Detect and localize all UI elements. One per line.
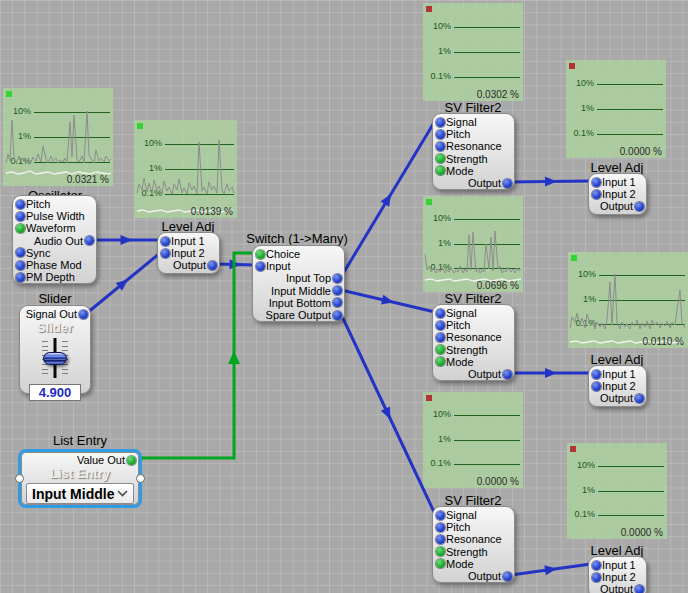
pin-input-1[interactable]	[592, 178, 601, 187]
pin-label: Signal	[446, 509, 477, 521]
pin-mode[interactable]	[436, 559, 445, 568]
pin-signal[interactable]	[436, 118, 445, 127]
pin-strength[interactable]	[436, 547, 445, 556]
pin-input-middle[interactable]	[333, 286, 342, 295]
wire-switch-middle-to-filter[interactable]	[341, 290, 435, 312]
pin-pitch[interactable]	[16, 200, 25, 209]
slider-widget[interactable]	[20, 336, 90, 380]
slider-module[interactable]: Signal Out Slider 4.900	[19, 305, 91, 394]
pin-signal[interactable]	[436, 309, 445, 318]
pin-pitch[interactable]	[436, 523, 445, 532]
slider-knob[interactable]	[43, 352, 67, 365]
level-adj-top-right-module[interactable]: Input 1 Input 2 Output	[588, 173, 647, 215]
pin-resonance[interactable]	[436, 535, 445, 544]
pin-label: Input Bottom	[269, 297, 331, 309]
pin-input[interactable]	[256, 262, 265, 271]
pin-label: Pitch	[446, 128, 470, 140]
selection-handle-right[interactable]	[136, 474, 145, 483]
pin-label: Waveform	[26, 222, 76, 234]
pin-label: Input Middle	[271, 285, 331, 297]
pin-label: Output	[600, 392, 633, 404]
pin-label: Strength	[446, 153, 488, 165]
pin-mode[interactable]	[436, 357, 445, 366]
pin-output[interactable]	[503, 572, 512, 581]
pin-label: Signal	[446, 116, 477, 128]
level-adj-left-module[interactable]: Input 1 Input 2 Output	[157, 232, 220, 274]
pin-waveform[interactable]	[16, 224, 25, 233]
pin-pulse-width[interactable]	[16, 212, 25, 221]
pin-phase-mod[interactable]	[16, 261, 25, 270]
level-adj-bottom-right-module[interactable]: Input 1 Input 2 Output	[588, 556, 647, 593]
pin-input-bottom[interactable]	[333, 298, 342, 307]
pin-resonance[interactable]	[436, 333, 445, 342]
pin-label: Resonance	[446, 140, 502, 152]
slider-caption: Slider	[20, 320, 90, 335]
pin-pitch[interactable]	[436, 130, 445, 139]
pin-label: Value Out	[77, 454, 125, 466]
pin-label: Input Top	[286, 272, 331, 284]
oscillator-module[interactable]: Pitch Pulse Width Waveform Audio Out Syn…	[12, 195, 97, 284]
pin-signal-out[interactable]	[79, 310, 88, 319]
pin-spare-output[interactable]	[333, 311, 342, 320]
pin-label: Input 2	[602, 380, 636, 392]
pin-output[interactable]	[503, 179, 512, 188]
slider-value-box[interactable]: 4.900	[29, 384, 81, 401]
pin-label: Pitch	[446, 319, 470, 331]
pin-input-1[interactable]	[592, 561, 601, 570]
pin-input-1[interactable]	[161, 237, 170, 246]
wire-filter-bottom-to-leveladj[interactable]	[511, 564, 591, 575]
pin-label: Pulse Width	[26, 210, 85, 222]
wire-switch-top-to-filter[interactable]	[341, 121, 435, 277]
pin-label: Input 1	[171, 235, 205, 247]
pin-label: Mode	[446, 356, 474, 368]
pin-label: Output	[600, 583, 633, 593]
pin-label: Pitch	[446, 521, 470, 533]
pin-resonance[interactable]	[436, 142, 445, 151]
pin-label: Spare Output	[266, 309, 331, 321]
pin-label: Output	[468, 177, 501, 189]
pin-label: Mode	[446, 165, 474, 177]
pin-strength[interactable]	[436, 345, 445, 354]
sv-filter-mid-module[interactable]: Signal Pitch Resonance Strength Mode Out…	[432, 304, 515, 381]
pin-output[interactable]	[208, 261, 217, 270]
pin-pitch[interactable]	[436, 321, 445, 330]
switch-module[interactable]: Choice Input Input Top Input Middle Inpu…	[252, 245, 345, 322]
pin-label: Sync	[26, 247, 50, 259]
pin-input-2[interactable]	[592, 190, 601, 199]
patch-canvas[interactable]: 10% 1% 0.1% 0.0321 % 10% 1% 0.1% 0.0139 …	[0, 0, 688, 593]
dropdown-selected-value: Input Middle	[32, 486, 114, 502]
pin-sync[interactable]	[16, 248, 25, 257]
pin-label: Input 1	[602, 368, 636, 380]
selection-handle-left[interactable]	[15, 474, 24, 483]
pin-strength[interactable]	[436, 154, 445, 163]
pin-input-top[interactable]	[333, 274, 342, 283]
sv-filter-top-module[interactable]: Signal Pitch Resonance Strength Mode Out…	[432, 113, 515, 190]
pin-output[interactable]	[635, 202, 644, 211]
list-entry-dropdown[interactable]: Input Middle	[26, 483, 134, 504]
list-entry-module[interactable]: Value Out List Entry Input Middle	[18, 449, 142, 508]
sv-filter-bottom-module[interactable]: Signal Pitch Resonance Strength Mode Out…	[432, 506, 515, 583]
pin-output[interactable]	[503, 370, 512, 379]
pin-output[interactable]	[635, 394, 644, 403]
pin-audio-out[interactable]	[85, 236, 94, 245]
pin-label: Phase Mod	[26, 259, 82, 271]
pin-input-2[interactable]	[592, 382, 601, 391]
wire-switch-spare-to-filter[interactable]	[341, 314, 435, 514]
pin-input-1[interactable]	[592, 370, 601, 379]
pin-label: Audio Out	[34, 235, 83, 247]
wire-slider-to-leveladj[interactable]	[87, 253, 160, 313]
pin-choice[interactable]	[256, 250, 265, 259]
pin-signal[interactable]	[436, 511, 445, 520]
pin-value-out[interactable]	[127, 456, 136, 465]
level-adj-mid-right-module[interactable]: Input 1 Input 2 Output	[588, 365, 647, 407]
pin-label: Output	[600, 200, 633, 212]
pin-output[interactable]	[635, 585, 644, 593]
pin-label: Output	[173, 259, 206, 271]
pin-input-2[interactable]	[592, 573, 601, 582]
pin-pm-depth[interactable]	[16, 273, 25, 282]
pin-label: Input	[266, 260, 290, 272]
chevron-down-icon	[117, 490, 128, 497]
pin-input-2[interactable]	[161, 249, 170, 258]
pin-mode[interactable]	[436, 166, 445, 175]
wire-filter-top-to-leveladj[interactable]	[511, 181, 591, 182]
